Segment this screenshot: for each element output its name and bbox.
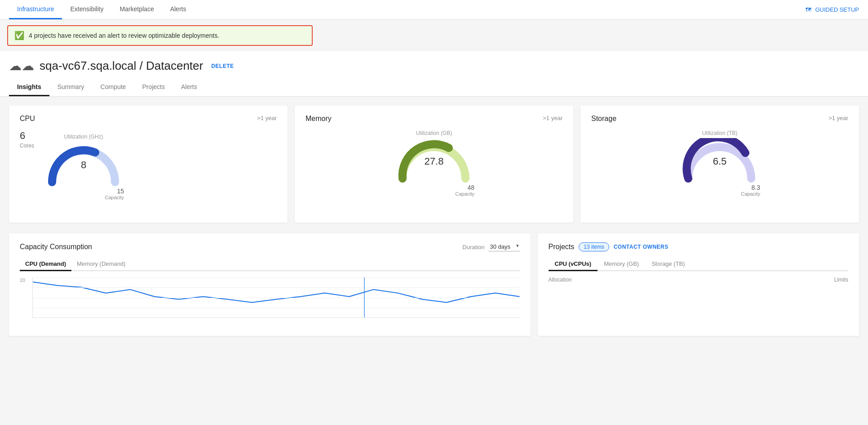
allocation-header: Allocation	[549, 277, 572, 283]
projects-card: Projects 13 items CONTACT OWNERS CPU (vC…	[538, 233, 859, 336]
map-icon: 🗺	[806, 6, 811, 13]
cpu-utilization-label: Utilization (GHz)	[64, 134, 103, 140]
grid-line-50	[33, 298, 520, 298]
guided-setup-label: GUIDED SETUP	[815, 6, 859, 13]
grid-line-25	[33, 287, 520, 288]
nav-extensibility[interactable]: Extensibility	[62, 0, 111, 19]
cpu-header: CPU >1 year	[20, 115, 277, 123]
cpu-period: >1 year	[257, 115, 277, 121]
grid-line-75	[33, 308, 520, 308]
chart-cursor-line	[364, 277, 365, 318]
tab-projects[interactable]: Projects	[134, 79, 173, 96]
contact-owners-button[interactable]: CONTACT OWNERS	[614, 244, 669, 250]
memory-title: Memory	[306, 115, 332, 123]
guided-setup-link[interactable]: 🗺 GUIDED SETUP	[806, 6, 859, 13]
proj-subtab-storage[interactable]: Storage (TB)	[645, 258, 691, 271]
datacenter-icon: ☁☁	[9, 58, 34, 73]
storage-capacity-row: 8.3 Capacity	[679, 184, 760, 197]
cpu-cores-label: Cores	[20, 143, 34, 149]
memory-header: Memory >1 year	[306, 115, 562, 123]
alert-message: 4 projects have received an alert to rev…	[29, 32, 219, 39]
cpu-cores-value: 6	[20, 130, 34, 142]
duration-wrapper: 30 days 7 days 90 days	[488, 242, 520, 251]
duration-row: Duration 30 days 7 days 90 days	[462, 242, 519, 251]
storage-gauge: Utilization (TB) 6.5 8.3 Capacity	[591, 130, 848, 197]
delete-button[interactable]: DELETE	[208, 62, 236, 70]
storage-period: >1 year	[828, 115, 848, 121]
storage-capacity-value: 8.3	[741, 184, 760, 191]
storage-value: 6.5	[713, 156, 727, 167]
storage-metric-card: Storage >1 year Utilization (TB) 6.5 8.3	[580, 106, 859, 223]
storage-utilization-label: Utilization (TB)	[702, 130, 738, 136]
memory-value: 27.8	[425, 156, 444, 167]
storage-capacity-label: Capacity	[741, 191, 760, 197]
grid-line-top	[33, 277, 520, 278]
chart-line-area	[32, 277, 520, 318]
storage-gauge-svg-wrap: 6.5	[679, 138, 760, 183]
bottom-row: Capacity Consumption Duration 30 days 7 …	[9, 233, 859, 336]
duration-label: Duration	[462, 244, 484, 251]
memory-capacity-value: 48	[455, 184, 474, 191]
capacity-chart-area: 20	[20, 277, 520, 327]
top-nav: Infrastructure Extensibility Marketplace…	[0, 0, 868, 20]
title-row: ☁☁ sqa-vc67.sqa.local / Datacenter DELET…	[9, 58, 859, 73]
memory-metric-card: Memory >1 year Utilization (GB) 27.8 48	[295, 106, 573, 223]
proj-subtab-memory[interactable]: Memory (GB)	[598, 258, 645, 271]
capacity-section-header: Capacity Consumption Duration 30 days 7 …	[20, 242, 520, 251]
cpu-value: 8	[81, 159, 86, 171]
memory-utilization-label: Utilization (GB)	[416, 130, 452, 136]
metrics-row: CPU >1 year 6 Cores Utilization (GHz)	[9, 106, 859, 223]
storage-header: Storage >1 year	[591, 115, 848, 123]
nav-alerts[interactable]: Alerts	[162, 0, 195, 19]
memory-period: >1 year	[543, 115, 562, 121]
capacity-title: Capacity Consumption	[20, 243, 92, 251]
cpu-capacity-row: 15 Capacity	[43, 188, 124, 200]
cpu-gauge: Utilization (GHz) 8 15 Capac	[43, 134, 124, 200]
memory-gauge-svg-wrap: 27.8	[394, 138, 474, 183]
page-header: ☁☁ sqa-vc67.sqa.local / Datacenter DELET…	[0, 51, 868, 97]
tab-alerts[interactable]: Alerts	[173, 79, 205, 96]
nav-infrastructure[interactable]: Infrastructure	[9, 0, 62, 19]
nav-marketplace[interactable]: Marketplace	[111, 0, 162, 19]
cpu-capacity-label: Capacity	[105, 195, 124, 200]
subtab-memory-demand[interactable]: Memory (Demand)	[71, 258, 131, 271]
capacity-sub-tabs: CPU (Demand) Memory (Demand)	[20, 258, 520, 271]
projects-table-header: Allocation Limits	[549, 275, 849, 285]
limits-header: Limits	[834, 277, 848, 283]
chart-y-label: 20	[20, 277, 25, 283]
tab-summary[interactable]: Summary	[49, 79, 93, 96]
cpu-capacity-value: 15	[105, 188, 124, 195]
storage-title: Storage	[591, 115, 616, 123]
main-content: CPU >1 year 6 Cores Utilization (GHz)	[0, 97, 868, 345]
projects-header: Projects 13 items CONTACT OWNERS	[549, 242, 849, 251]
memory-capacity-row: 48 Capacity	[394, 184, 474, 197]
alert-banner: ✅ 4 projects have received an alert to r…	[7, 25, 313, 46]
cpu-gauge-svg-wrap: 8	[43, 142, 124, 187]
projects-title: Projects	[549, 243, 575, 251]
tab-compute[interactable]: Compute	[93, 79, 134, 96]
duration-select[interactable]: 30 days 7 days 90 days	[488, 242, 520, 251]
page-title: sqa-vc67.sqa.local / Datacenter	[40, 59, 203, 73]
memory-gauge: Utilization (GB) 27.8 48 Capacity	[306, 130, 562, 197]
tab-navigation: Insights Summary Compute Projects Alerts	[9, 79, 859, 96]
memory-capacity-label: Capacity	[455, 191, 474, 197]
proj-subtab-cpu[interactable]: CPU (vCPUs)	[549, 258, 598, 271]
check-circle-icon: ✅	[14, 31, 24, 40]
cpu-title: CPU	[20, 115, 35, 123]
projects-items-badge: 13 items	[579, 242, 609, 251]
tab-insights[interactable]: Insights	[9, 79, 49, 96]
cpu-metric-card: CPU >1 year 6 Cores Utilization (GHz)	[9, 106, 288, 223]
subtab-cpu-demand[interactable]: CPU (Demand)	[20, 258, 71, 271]
capacity-consumption-card: Capacity Consumption Duration 30 days 7 …	[9, 233, 531, 336]
projects-sub-tabs: CPU (vCPUs) Memory (GB) Storage (TB)	[549, 258, 849, 271]
